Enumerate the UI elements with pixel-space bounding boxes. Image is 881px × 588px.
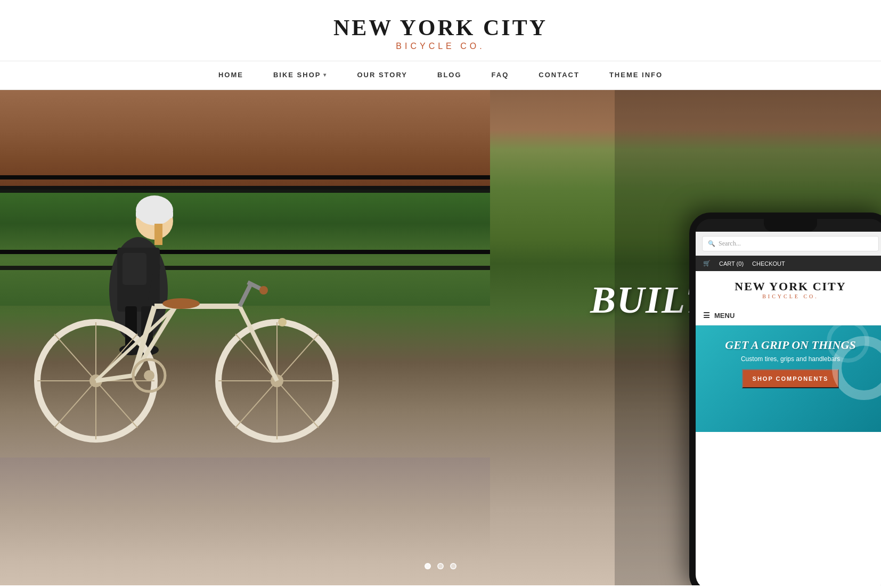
checkout-link[interactable]: CHECKOUT: [752, 260, 785, 267]
nav-our-story[interactable]: OUR STORY: [342, 71, 422, 79]
nav-faq[interactable]: FAQ: [477, 71, 524, 79]
slider-dot-2[interactable]: [437, 563, 444, 569]
pavement: [0, 458, 490, 585]
phone-banner: GET A GRIP ON THINGS Custom tires, grips…: [696, 325, 881, 432]
site-subtitle: BICYCLE CO.: [11, 42, 870, 51]
svg-point-43: [278, 318, 287, 326]
svg-rect-11: [123, 253, 146, 285]
hamburger-icon: ☰: [703, 311, 710, 320]
cart-label[interactable]: CART (0): [719, 260, 744, 267]
svg-point-40: [162, 298, 200, 309]
phone-mockup: 🔍 Search... 🛒 CART (0) CHECKOUT NEW YORK…: [689, 213, 881, 585]
search-icon: 🔍: [708, 240, 715, 247]
phone-notch: [764, 219, 817, 232]
phone-menu-bar[interactable]: ☰ MENU: [696, 306, 881, 325]
slider-dot-1[interactable]: [425, 563, 431, 569]
nav-home[interactable]: HOME: [203, 71, 258, 79]
phone-cart-bar: 🛒 CART (0) CHECKOUT: [696, 256, 881, 271]
phone-search-input[interactable]: 🔍 Search...: [702, 236, 879, 251]
nav-theme-info[interactable]: THEME INFO: [594, 71, 678, 79]
slider-dot-3[interactable]: [450, 563, 456, 569]
svg-rect-9: [154, 224, 162, 245]
site-title: NEW YORK CITY: [11, 15, 870, 40]
menu-label: MENU: [714, 312, 735, 320]
svg-rect-8: [136, 210, 173, 218]
svg-point-42: [144, 370, 154, 381]
svg-line-35: [240, 306, 277, 381]
svg-line-37: [240, 285, 250, 306]
phone-site-subtitle: BICYCLE CO.: [701, 293, 880, 299]
phone-site-title: NEW YORK CITY: [701, 280, 880, 293]
search-placeholder: Search...: [719, 240, 741, 248]
nav-bike-shop[interactable]: BIKE SHOP ▾: [258, 71, 342, 79]
site-header: NEW YORK CITY BICYCLE CO. HOME BIKE SHOP…: [0, 0, 881, 90]
shop-components-button[interactable]: SHOP COMPONENTS: [742, 369, 839, 388]
phone-screen: 🔍 Search... 🛒 CART (0) CHECKOUT NEW YORK…: [696, 232, 881, 585]
main-nav: HOME BIKE SHOP ▾ OUR STORY BLOG FAQ CONT…: [0, 61, 881, 90]
hero-section: // Bars generated via JS below for(let i…: [0, 90, 881, 585]
svg-point-39: [259, 286, 268, 295]
nav-blog[interactable]: BLOG: [422, 71, 477, 79]
person-bicycle: [27, 141, 346, 463]
phone-site-header: NEW YORK CITY BICYCLE CO.: [696, 271, 881, 306]
nav-contact[interactable]: CONTACT: [524, 71, 594, 79]
phone-search-bar: 🔍 Search...: [696, 232, 881, 256]
chevron-down-icon: ▾: [323, 72, 327, 78]
slider-dots: [425, 563, 456, 569]
cart-icon: 🛒: [703, 260, 711, 267]
